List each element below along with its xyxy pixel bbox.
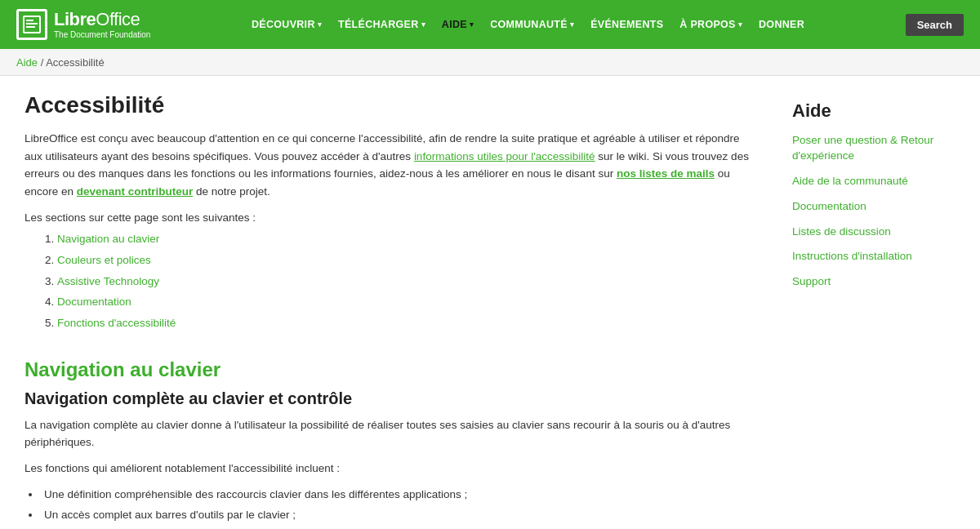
logo-name: LibreOffice xyxy=(54,10,150,29)
sidebar-link-3[interactable]: Documentation xyxy=(792,199,956,215)
main-nav: DÉCOUVRIR ▾ TÉLÉCHARGER ▾ AIDE ▾ COMMUNA… xyxy=(167,14,889,35)
toc-item-5: Fonctions d'accessibilité xyxy=(57,313,760,334)
toc-item-2: Couleurs et polices xyxy=(57,250,760,271)
intro-link3[interactable]: devenant contributeur xyxy=(77,185,194,198)
toc-item-4: Documentation xyxy=(57,291,760,313)
bullet-item-2: Un accès complet aux barres d'outils par… xyxy=(41,505,760,525)
section1-text2: Les fonctions qui améliorent notablement… xyxy=(24,460,760,478)
logo[interactable]: LibreOffice The Document Foundation xyxy=(16,9,150,40)
section1-heading: Navigation au clavier xyxy=(24,358,760,381)
toc-link-2[interactable]: Couleurs et polices xyxy=(57,254,151,266)
nav-communaute[interactable]: COMMUNAUTÉ ▾ xyxy=(483,14,581,35)
bullet-item-3: La possibilité de passer d'une fenêtre d… xyxy=(41,525,760,529)
toc-item-3: Assistive Technology xyxy=(57,271,760,292)
nav-decouvrir-arrow: ▾ xyxy=(318,20,322,29)
sidebar-link-5[interactable]: Instructions d'installation xyxy=(792,249,956,264)
bullet-item-1: Une définition compréhensible des raccou… xyxy=(41,485,760,505)
sidebar-link-6[interactable]: Support xyxy=(792,274,956,290)
breadcrumb-parent[interactable]: Aide xyxy=(16,56,38,69)
svg-rect-1 xyxy=(26,20,33,21)
nav-donner[interactable]: DONNER xyxy=(752,14,811,35)
nav-communaute-arrow: ▾ xyxy=(570,20,574,29)
page-title: Accessibilité xyxy=(24,92,760,118)
logo-text: LibreOffice The Document Foundation xyxy=(54,10,150,38)
nav-apropos[interactable]: À PROPOS ▾ xyxy=(673,14,749,35)
nav-apropos-arrow: ▾ xyxy=(738,20,742,29)
sidebar-title: Aide xyxy=(792,100,956,122)
search-button[interactable]: Search xyxy=(906,14,964,36)
toc-link-1[interactable]: Navigation au clavier xyxy=(57,233,159,245)
logo-icon xyxy=(16,9,47,40)
logo-svg xyxy=(23,16,41,33)
content-area: Accessibilité LibreOffice est conçu avec… xyxy=(24,92,760,529)
intro-paragraph: LibreOffice est conçu avec beaucoup d'at… xyxy=(24,130,760,200)
logo-subtitle: The Document Foundation xyxy=(54,30,150,39)
breadcrumb: Aide / Accessibilité xyxy=(16,56,105,69)
toc-link-5[interactable]: Fonctions d'accessibilité xyxy=(57,317,176,329)
svg-rect-3 xyxy=(26,26,35,28)
breadcrumb-bar: Aide / Accessibilité xyxy=(0,49,980,76)
sidebar: Aide Poser une question & Retour d'expér… xyxy=(792,92,956,529)
sidebar-link-4[interactable]: Listes de discussion xyxy=(792,224,956,240)
section1-subheading: Navigation complète au clavier et contrô… xyxy=(24,389,760,408)
nav-decouvrir[interactable]: DÉCOUVRIR ▾ xyxy=(245,14,328,35)
nav-aide[interactable]: AIDE ▾ xyxy=(435,14,480,35)
sidebar-link-1[interactable]: Poser une question & Retour d'expérience xyxy=(792,133,956,164)
intro-text-4: de notre projet. xyxy=(193,185,270,198)
main-container: Accessibilité LibreOffice est conçu avec… xyxy=(8,76,972,529)
toc-link-4[interactable]: Documentation xyxy=(57,296,131,308)
sections-intro: Les sections sur cette page sont les sui… xyxy=(24,211,760,224)
toc-link-3[interactable]: Assistive Technology xyxy=(57,275,159,287)
section1-text1: La navigation complète au clavier donne … xyxy=(24,416,760,451)
toc-item-1: Navigation au clavier xyxy=(57,229,760,250)
sidebar-link-2[interactable]: Aide de la communauté xyxy=(792,174,956,189)
table-of-contents: Navigation au clavier Couleurs et police… xyxy=(57,229,760,333)
intro-link1[interactable]: informations utiles pour l'accessibilité xyxy=(414,150,595,162)
site-header: LibreOffice The Document Foundation DÉCO… xyxy=(0,0,980,49)
breadcrumb-current: Accessibilité xyxy=(46,56,105,69)
nav-evenements[interactable]: ÉVÉNEMENTS xyxy=(584,14,670,35)
section1-bullet-list: Une définition compréhensible des raccou… xyxy=(41,485,760,529)
nav-telecharger[interactable]: TÉLÉCHARGER ▾ xyxy=(332,14,432,35)
nav-aide-arrow: ▾ xyxy=(470,20,474,29)
svg-rect-2 xyxy=(26,23,38,24)
nav-telecharger-arrow: ▾ xyxy=(421,20,425,29)
intro-link2[interactable]: nos listes de mails xyxy=(617,167,715,180)
